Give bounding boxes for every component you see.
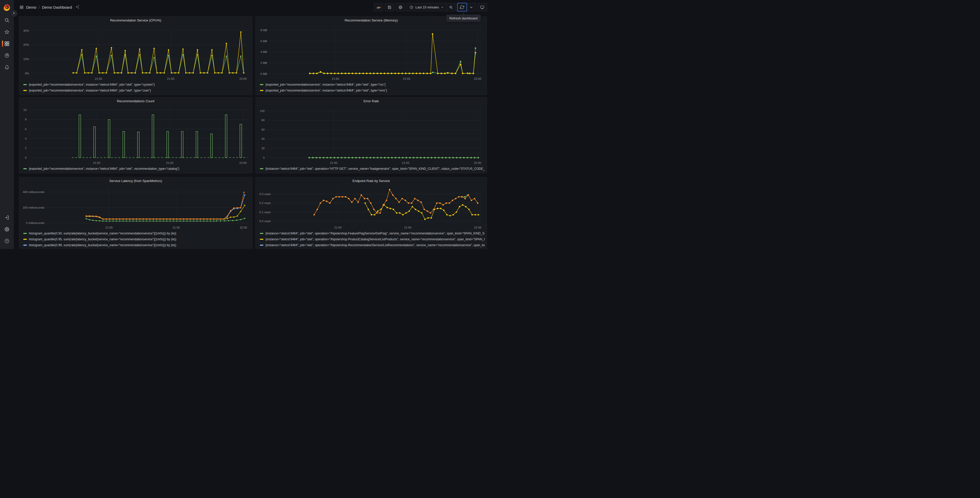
sidebar-item-help[interactable]: ? [0, 235, 14, 247]
zoom-out-button[interactable] [446, 3, 455, 11]
legend-swatch [260, 90, 263, 91]
toolbar-group [385, 3, 394, 11]
panel-recommendation-memory: Recommendation Service (Memory) 0 MB2 MB… [256, 16, 487, 95]
refresh-tooltip: Refresh dashboard [446, 14, 481, 22]
legend-label: histogram_quantile(0.50, sum(rate(latenc… [29, 231, 176, 235]
svg-text:2 MB: 2 MB [260, 61, 267, 64]
svg-text:21:50: 21:50 [93, 161, 100, 164]
svg-text:21:50: 21:50 [330, 161, 337, 164]
panel-title[interactable]: Endpoint Rate by Service [256, 177, 487, 185]
legend-item[interactable]: histogram_quantile(0.99, sum(rate(latenc… [23, 242, 250, 248]
panel-title[interactable]: Recommendation Service (CPU%) [19, 17, 252, 24]
legend-item[interactable]: {instance="otelcol:9464", job="otel", op… [260, 248, 485, 249]
timeseries-chart[interactable]: 0.0 req/s0.1 req/s0.2 req/s0.3 req/s21:5… [257, 185, 485, 230]
svg-text:0: 0 [263, 156, 265, 159]
svg-text:40: 40 [261, 137, 265, 140]
legend-swatch [260, 245, 263, 246]
breadcrumb-section[interactable]: Demo [26, 5, 36, 10]
time-range-label: Last 15 minutes [415, 5, 439, 9]
legend-item[interactable]: {instance="otelcol:9464", job="otel", op… [260, 166, 485, 172]
svg-text:21:55: 21:55 [166, 161, 173, 164]
dashboard-grid: Recommendation Service (CPU%) 0%10%20%30… [14, 14, 490, 249]
sidebar-item-configuration[interactable] [0, 223, 14, 235]
svg-text:22:00: 22:00 [474, 77, 481, 80]
legend-item[interactable]: {exported_job="recommendationservice", i… [260, 81, 485, 88]
svg-text:4 MB: 4 MB [260, 50, 267, 53]
sidebar-nav-bottom: ? [0, 212, 14, 249]
timeseries-chart[interactable]: 0 milliseconds200 milliseconds400 millis… [21, 185, 251, 230]
clock-icon [409, 5, 414, 10]
add-panel-button[interactable] [374, 3, 383, 11]
legend-swatch [23, 239, 27, 240]
panel-title[interactable]: Error Rate [256, 97, 487, 105]
svg-text:21:50: 21:50 [332, 77, 339, 80]
timeseries-chart[interactable]: 02040608010021:5021:5522:00 [257, 105, 485, 165]
chart-legend: {exported_job="recommendationservice", i… [256, 81, 487, 95]
breadcrumb-separator: / [38, 5, 40, 10]
gear-icon [398, 5, 402, 10]
refresh-button[interactable] [458, 3, 466, 11]
time-range-picker-button[interactable]: Last 15 minutes [407, 3, 446, 11]
svg-text:21:50: 21:50 [95, 77, 102, 80]
timeseries-chart[interactable]: 024681021:5021:5522:00 [21, 105, 251, 165]
sidebar-item-dashboards[interactable] [0, 38, 14, 49]
toolbar-group [374, 3, 383, 11]
svg-text:0 milliseconds: 0 milliseconds [26, 221, 45, 225]
save-dashboard-button[interactable] [385, 3, 394, 11]
refresh-interval-button[interactable] [466, 3, 476, 11]
svg-text:8: 8 [25, 118, 27, 121]
legend-item[interactable]: {instance="otelcol:9464", job="otel", op… [260, 242, 485, 248]
svg-text:0.3 req/s: 0.3 req/s [259, 193, 271, 196]
legend-item[interactable]: histogram_quantile(0.95, sum(rate(latenc… [23, 236, 250, 242]
svg-text:30%: 30% [23, 29, 29, 32]
legend-item[interactable]: histogram_quantile(0.50, sum(rate(latenc… [23, 230, 250, 236]
legend-swatch [23, 233, 27, 234]
toolbar-group [457, 3, 476, 11]
legend-item[interactable]: {exported_job="recommendationservice", i… [23, 166, 250, 172]
toolbar-group: Last 15 minutes [407, 3, 456, 11]
compass-icon [4, 53, 10, 58]
svg-text:0.1 req/s: 0.1 req/s [259, 211, 271, 214]
panel-title[interactable]: Recommendations Count [19, 97, 252, 105]
legend-item[interactable]: {exported_job="recommendationservice", i… [23, 81, 250, 88]
legend-item[interactable]: {exported_job="recommendationservice", i… [260, 88, 485, 93]
sidebar-item-starred[interactable] [0, 26, 14, 38]
legend-swatch [23, 90, 27, 91]
sidebar-item-explore[interactable] [0, 49, 14, 61]
chart-legend: {instance="otelcol:9464", job="otel", op… [256, 165, 487, 173]
timeseries-chart[interactable]: 0%10%20%30%21:5021:5522:00 [21, 24, 251, 81]
bell-icon [4, 64, 10, 70]
svg-text:21:55: 21:55 [172, 226, 180, 229]
legend-item[interactable]: {exported_job="recommendationservice", i… [23, 88, 250, 93]
dashboards-icon [19, 5, 24, 10]
save-icon [387, 5, 391, 10]
sidebar-expand-button[interactable] [11, 10, 18, 17]
dashboard-settings-button[interactable] [396, 3, 405, 11]
svg-text:80: 80 [261, 119, 265, 122]
share-dashboard-button[interactable] [75, 5, 80, 10]
svg-text:60: 60 [261, 128, 265, 131]
cycle-view-button[interactable] [478, 3, 487, 11]
legend-label: histogram_quantile(0.95, sum(rate(latenc… [29, 238, 176, 241]
svg-text:400 milliseconds: 400 milliseconds [23, 190, 45, 193]
panel-title[interactable]: Service Latency (from SpanMetrics) [19, 177, 252, 185]
timeseries-chart[interactable]: 0 MB2 MB4 MB6 MB8 MB21:5021:5522:00 [257, 24, 485, 81]
legend-swatch [23, 84, 27, 85]
legend-item[interactable]: {instance="otelcol:9464", job="otel", op… [260, 236, 485, 242]
legend-label: {exported_job="recommendationservice", i… [266, 89, 387, 92]
breadcrumb-page[interactable]: Demo Dashboard [42, 5, 72, 10]
svg-text:21:50: 21:50 [105, 226, 113, 229]
svg-text:10%: 10% [23, 57, 29, 61]
sidebar-item-sign-in[interactable] [0, 212, 14, 223]
svg-text:22:00: 22:00 [239, 77, 247, 80]
sidebar-item-alerting[interactable] [0, 61, 14, 73]
panel-endpoint-rate: Endpoint Rate by Service 0.0 req/s0.1 re… [256, 177, 487, 249]
legend-swatch [23, 245, 27, 246]
legend-item[interactable]: {instance="otelcol:9464", job="otel", op… [260, 230, 485, 236]
svg-text:?: ? [6, 240, 8, 243]
svg-text:6 MB: 6 MB [260, 40, 267, 43]
legend-item[interactable]: histogram_quantile(0.999, sum(rate(laten… [23, 248, 250, 249]
legend-label: {instance="otelcol:9464", job="otel", op… [266, 238, 485, 241]
legend-label: {exported_job="recommendationservice", i… [29, 167, 179, 171]
svg-text:22:00: 22:00 [239, 161, 247, 164]
